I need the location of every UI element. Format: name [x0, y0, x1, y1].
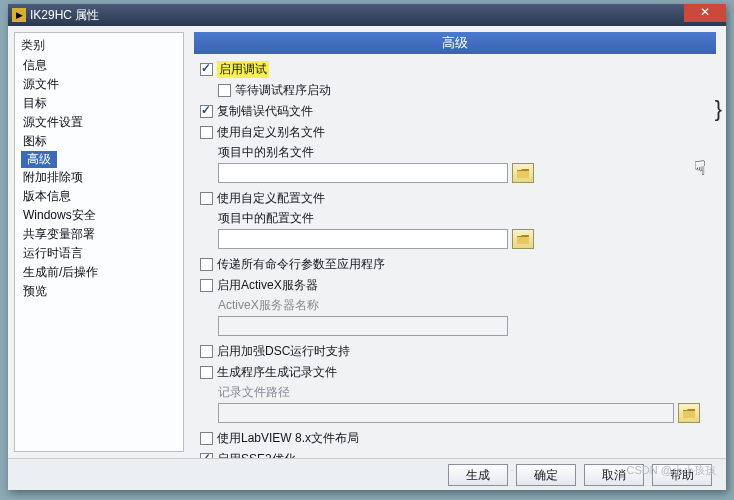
window-title: IK29HC 属性	[30, 7, 722, 24]
checkbox-icon[interactable]	[200, 258, 213, 271]
checkbox-icon[interactable]	[200, 192, 213, 205]
wait-debugger-label: 等待调试程序启动	[235, 82, 331, 99]
dsc-label: 启用加强DSC运行时支持	[217, 343, 350, 360]
lv8x-row[interactable]: 使用LabVIEW 8.x文件布局	[200, 429, 716, 447]
enable-debug-label: 启用调试	[217, 61, 269, 78]
use-config-label: 使用自定义配置文件	[217, 190, 325, 207]
sidebar-item-4[interactable]: 图标	[21, 132, 177, 151]
browse-button[interactable]	[512, 229, 534, 249]
checkbox-icon[interactable]	[218, 84, 231, 97]
checkbox-icon[interactable]	[200, 126, 213, 139]
cursor-icon: ☟	[694, 156, 706, 180]
watermark: CSDN @小小孩孩	[627, 463, 716, 478]
sidebar-item-3[interactable]: 源文件设置	[21, 113, 177, 132]
sse2-row[interactable]: 启用SSE2优化	[200, 450, 716, 458]
ok-button[interactable]: 确定	[516, 464, 576, 486]
close-button[interactable]: ✕	[684, 4, 726, 22]
sidebar-item-1[interactable]: 源文件	[21, 75, 177, 94]
category-sidebar: 类别 信息源文件目标源文件设置图标高级附加排除项版本信息Windows安全共享变…	[14, 32, 184, 452]
activex-row[interactable]: 启用ActiveX服务器	[200, 276, 716, 294]
pass-args-label: 传递所有命令行参数至应用程序	[217, 256, 385, 273]
genlog-row[interactable]: 生成程序生成记录文件	[200, 363, 716, 381]
checkbox-icon[interactable]	[200, 105, 213, 118]
panel-title: 高级	[194, 32, 716, 54]
lv8x-label: 使用LabVIEW 8.x文件布局	[217, 430, 359, 447]
browse-button[interactable]	[512, 163, 534, 183]
checkbox-icon[interactable]	[200, 366, 213, 379]
sidebar-item-11[interactable]: 生成前/后操作	[21, 263, 177, 282]
pass-args-row[interactable]: 传递所有命令行参数至应用程序	[200, 255, 716, 273]
brace-decor: }	[715, 96, 722, 122]
titlebar: ▶ IK29HC 属性 ✕	[8, 4, 726, 26]
sidebar-item-2[interactable]: 目标	[21, 94, 177, 113]
checkbox-icon[interactable]	[200, 279, 213, 292]
genlog-label: 生成程序生成记录文件	[217, 364, 337, 381]
button-bar: 生成 确定 取消 帮助	[8, 458, 726, 490]
wait-debugger-row[interactable]: 等待调试程序启动	[200, 81, 716, 99]
config-sublabel: 项目中的配置文件	[200, 210, 716, 227]
checkbox-icon[interactable]	[200, 453, 213, 459]
build-button[interactable]: 生成	[448, 464, 508, 486]
app-icon: ▶	[12, 8, 26, 22]
sidebar-item-8[interactable]: Windows安全	[21, 206, 177, 225]
sidebar-header: 类别	[21, 37, 177, 54]
sidebar-item-12[interactable]: 预览	[21, 282, 177, 301]
main-panel: 高级 } ☟ 启用调试 等待调试程序启动 复制错误代码文件 使用自	[184, 26, 726, 458]
enable-debug-row[interactable]: 启用调试	[200, 60, 716, 78]
copy-error-row[interactable]: 复制错误代码文件	[200, 102, 716, 120]
genlog-sublabel: 记录文件路径	[200, 384, 716, 401]
genlog-path-input	[218, 403, 674, 423]
alias-sublabel: 项目中的别名文件	[200, 144, 716, 161]
dsc-row[interactable]: 启用加强DSC运行时支持	[200, 342, 716, 360]
sidebar-item-0[interactable]: 信息	[21, 56, 177, 75]
use-alias-row[interactable]: 使用自定义别名文件	[200, 123, 716, 141]
sidebar-item-7[interactable]: 版本信息	[21, 187, 177, 206]
sidebar-item-9[interactable]: 共享变量部署	[21, 225, 177, 244]
config-path-input[interactable]	[218, 229, 508, 249]
use-config-row[interactable]: 使用自定义配置文件	[200, 189, 716, 207]
use-alias-label: 使用自定义别名文件	[217, 124, 325, 141]
activex-label: 启用ActiveX服务器	[217, 277, 318, 294]
sidebar-item-5[interactable]: 高级	[21, 151, 57, 168]
checkbox-icon[interactable]	[200, 432, 213, 445]
checkbox-icon[interactable]	[200, 63, 213, 76]
activex-sublabel: ActiveX服务器名称	[200, 297, 716, 314]
sse2-label: 启用SSE2优化	[217, 451, 296, 459]
sidebar-item-10[interactable]: 运行时语言	[21, 244, 177, 263]
browse-button[interactable]	[678, 403, 700, 423]
alias-path-input[interactable]	[218, 163, 508, 183]
sidebar-item-6[interactable]: 附加排除项	[21, 168, 177, 187]
copy-error-label: 复制错误代码文件	[217, 103, 313, 120]
checkbox-icon[interactable]	[200, 345, 213, 358]
activex-name-input	[218, 316, 508, 336]
